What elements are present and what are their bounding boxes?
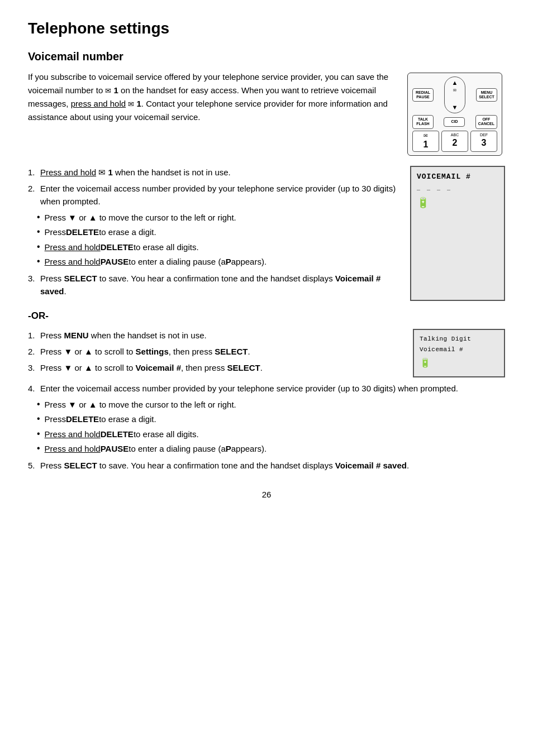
- or-step-3: 3. Press ▼ or ▲ to scroll to Voicemail #…: [28, 361, 402, 374]
- bullet-item: Press and hold PAUSE to enter a dialing …: [37, 443, 505, 456]
- or-step-5: 5. Press SELECT to save. You hear a conf…: [28, 459, 505, 472]
- or-step-2-num: 2.: [28, 345, 40, 358]
- or-step-2: 2. Press ▼ or ▲ to scroll to Settings, t…: [28, 345, 402, 358]
- intro-text: If you subscribe to voicemail service of…: [28, 70, 393, 156]
- page-title: Telephone settings: [28, 17, 505, 40]
- bullet-list-1: Press ▼ or ▲ to move the cursor to the l…: [37, 212, 399, 269]
- page-number: 26: [28, 489, 505, 501]
- display-line-1: VOICEMAIL #: [417, 171, 498, 183]
- display-line-2a: Talking Digit: [420, 334, 498, 344]
- bullet-item: Press and hold DELETE to erase all digit…: [37, 241, 399, 254]
- or-step-1: 1. Press MENU when the handset is not in…: [28, 329, 402, 342]
- steps-left: 1. Press and hold ✉ 1 when the handset i…: [28, 166, 399, 301]
- steps-or-section: 1. Press MENU when the handset is not in…: [28, 329, 505, 378]
- steps-with-display: 1. Press and hold ✉ 1 when the handset i…: [28, 166, 505, 301]
- step-2-num: 2.: [28, 182, 40, 208]
- section-heading: Voicemail number: [28, 48, 505, 65]
- bullet-item: Press and hold DELETE to erase all digit…: [37, 428, 505, 441]
- display-box-2: Talking Digit Voicemail # 🔋: [413, 329, 505, 378]
- bullet-list-2: Press ▼ or ▲ to move the cursor to the l…: [37, 399, 505, 456]
- step-3: 3. Press SELECT to save. You hear a conf…: [28, 272, 399, 298]
- display-icon-2: 🔋: [420, 357, 498, 370]
- or-step-1-num: 1.: [28, 329, 40, 342]
- display-box-1: VOICEMAIL # _ _ _ _ 🔋: [410, 166, 505, 301]
- step-3-content: Press SELECT to save. You hear a confirm…: [40, 272, 399, 298]
- bullet-item: Press DELETE to erase a digit.: [37, 413, 505, 426]
- or-step-2-content: Press ▼ or ▲ to scroll to Settings, then…: [40, 345, 402, 358]
- or-step-3-content: Press ▼ or ▲ to scroll to Voicemail #, t…: [40, 361, 402, 374]
- or-step-4-content: Enter the voicemail access number provid…: [40, 382, 505, 395]
- or-step-5-content: Press SELECT to save. You hear a confirm…: [40, 459, 505, 472]
- bullet-item: Press ▼ or ▲ to move the cursor to the l…: [37, 399, 505, 412]
- step-1: 1. Press and hold ✉ 1 when the handset i…: [28, 166, 399, 179]
- intro-block: If you subscribe to voicemail service of…: [28, 70, 505, 156]
- step-1-num: 1.: [28, 166, 40, 179]
- step-1-content: Press and hold ✉ 1 when the handset is n…: [40, 166, 399, 179]
- or-divider: -OR-: [28, 309, 505, 323]
- or-step-1-content: Press MENU when the handset is not in us…: [40, 329, 402, 342]
- or-step-5-num: 5.: [28, 459, 40, 472]
- bullet-item: Press DELETE to erase a digit.: [37, 226, 399, 239]
- bullet-item: Press and hold PAUSE to enter a dialing …: [37, 256, 399, 269]
- steps-or-left: 1. Press MENU when the handset is not in…: [28, 329, 402, 378]
- display-dots: _ _ _ _: [417, 184, 498, 193]
- or-step-3-num: 3.: [28, 361, 40, 374]
- or-step-4-num: 4.: [28, 382, 40, 395]
- step-3-num: 3.: [28, 272, 40, 298]
- keypad-image: REDIALPAUSE ▲✉▼ MENUSELECT TALKFLASH CID…: [404, 70, 505, 156]
- display-line-2b: Voicemail #: [420, 345, 498, 355]
- step-2: 2. Enter the voicemail access number pro…: [28, 182, 399, 208]
- bullet-item: Press ▼ or ▲ to move the cursor to the l…: [37, 212, 399, 224]
- or-step-4: 4. Enter the voicemail access number pro…: [28, 382, 505, 395]
- step-2-content: Enter the voicemail access number provid…: [40, 182, 399, 208]
- display-icon-1: 🔋: [417, 196, 498, 211]
